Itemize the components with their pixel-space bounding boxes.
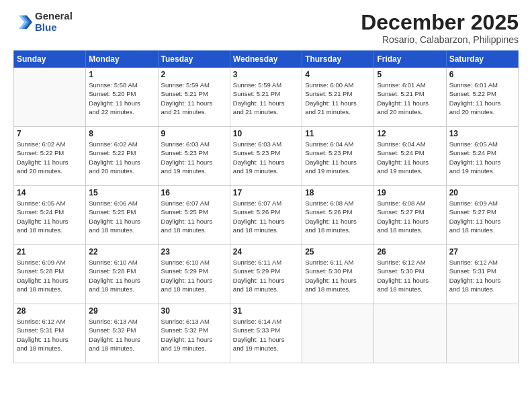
- cell-content: Sunrise: 6:08 AM Sunset: 5:26 PM Dayligh…: [305, 199, 371, 234]
- day-number: 10: [233, 129, 299, 138]
- table-row: 23Sunrise: 6:10 AM Sunset: 5:29 PM Dayli…: [158, 245, 230, 304]
- logo: General Blue: [13, 11, 73, 33]
- cell-content: Sunrise: 5:59 AM Sunset: 5:21 PM Dayligh…: [161, 81, 227, 116]
- table-row: 11Sunrise: 6:04 AM Sunset: 5:23 PM Dayli…: [302, 127, 374, 186]
- calendar-table: Sunday Monday Tuesday Wednesday Thursday…: [13, 50, 519, 363]
- cell-content: Sunrise: 6:03 AM Sunset: 5:23 PM Dayligh…: [233, 140, 299, 175]
- cell-content: Sunrise: 5:59 AM Sunset: 5:21 PM Dayligh…: [233, 81, 299, 116]
- day-number: 14: [17, 188, 83, 197]
- table-row: 28Sunrise: 6:12 AM Sunset: 5:31 PM Dayli…: [14, 304, 86, 363]
- table-row: [374, 304, 446, 363]
- table-row: 6Sunrise: 6:01 AM Sunset: 5:22 PM Daylig…: [446, 68, 518, 127]
- table-row: 8Sunrise: 6:02 AM Sunset: 5:22 PM Daylig…: [86, 127, 158, 186]
- cell-content: Sunrise: 6:13 AM Sunset: 5:32 PM Dayligh…: [161, 317, 227, 353]
- cell-content: Sunrise: 6:12 AM Sunset: 5:31 PM Dayligh…: [449, 258, 515, 293]
- day-number: 3: [233, 70, 299, 79]
- day-number: 24: [233, 247, 299, 257]
- table-row: 17Sunrise: 6:07 AM Sunset: 5:26 PM Dayli…: [230, 186, 302, 245]
- day-number: 9: [161, 129, 227, 138]
- table-row: 18Sunrise: 6:08 AM Sunset: 5:26 PM Dayli…: [302, 186, 374, 245]
- cell-content: Sunrise: 6:00 AM Sunset: 5:21 PM Dayligh…: [305, 81, 371, 116]
- table-row: 24Sunrise: 6:11 AM Sunset: 5:29 PM Dayli…: [230, 245, 302, 304]
- page: General Blue December 2025 Rosario, Cala…: [0, 0, 532, 411]
- day-number: 17: [233, 188, 299, 197]
- day-number: 2: [161, 70, 227, 79]
- cell-content: Sunrise: 6:13 AM Sunset: 5:32 PM Dayligh…: [89, 317, 154, 353]
- location: Rosario, Calabarzon, Philippines: [361, 34, 519, 45]
- header: General Blue December 2025 Rosario, Cala…: [13, 11, 519, 45]
- day-number: 19: [377, 188, 443, 197]
- cell-content: Sunrise: 5:58 AM Sunset: 5:20 PM Dayligh…: [89, 81, 154, 116]
- cell-content: Sunrise: 6:01 AM Sunset: 5:22 PM Dayligh…: [449, 81, 515, 116]
- table-row: [302, 304, 374, 363]
- calendar-week-row: 28Sunrise: 6:12 AM Sunset: 5:31 PM Dayli…: [14, 304, 519, 363]
- cell-content: Sunrise: 6:14 AM Sunset: 5:33 PM Dayligh…: [233, 317, 299, 353]
- logo-blue-text: Blue: [35, 22, 73, 34]
- table-row: 15Sunrise: 6:06 AM Sunset: 5:25 PM Dayli…: [86, 186, 158, 245]
- cell-content: Sunrise: 6:04 AM Sunset: 5:23 PM Dayligh…: [305, 140, 371, 175]
- day-number: 25: [305, 247, 371, 257]
- table-row: 14Sunrise: 6:05 AM Sunset: 5:24 PM Dayli…: [14, 186, 86, 245]
- title-area: December 2025 Rosario, Calabarzon, Phili…: [361, 11, 519, 45]
- table-row: 16Sunrise: 6:07 AM Sunset: 5:25 PM Dayli…: [158, 186, 230, 245]
- day-number: 5: [377, 70, 443, 79]
- table-row: 13Sunrise: 6:05 AM Sunset: 5:24 PM Dayli…: [446, 127, 518, 186]
- day-number: 18: [305, 188, 371, 197]
- calendar-week-row: 14Sunrise: 6:05 AM Sunset: 5:24 PM Dayli…: [14, 186, 519, 245]
- table-row: [446, 304, 518, 363]
- cell-content: Sunrise: 6:01 AM Sunset: 5:21 PM Dayligh…: [377, 81, 443, 116]
- cell-content: Sunrise: 6:09 AM Sunset: 5:28 PM Dayligh…: [17, 258, 83, 293]
- cell-content: Sunrise: 6:05 AM Sunset: 5:24 PM Dayligh…: [449, 140, 515, 175]
- day-number: 21: [17, 247, 83, 257]
- cell-content: Sunrise: 6:09 AM Sunset: 5:27 PM Dayligh…: [449, 199, 515, 234]
- table-row: 19Sunrise: 6:08 AM Sunset: 5:27 PM Dayli…: [374, 186, 446, 245]
- day-number: 28: [17, 306, 83, 316]
- cell-content: Sunrise: 6:03 AM Sunset: 5:23 PM Dayligh…: [161, 140, 227, 175]
- col-friday: Friday: [374, 51, 446, 68]
- logo-general-text: General: [35, 11, 73, 22]
- col-sunday: Sunday: [14, 51, 86, 68]
- day-number: 1: [89, 70, 154, 79]
- table-row: [14, 68, 86, 127]
- day-number: 6: [449, 70, 515, 79]
- day-number: 13: [449, 129, 515, 138]
- day-number: 27: [449, 247, 515, 257]
- table-row: 2Sunrise: 5:59 AM Sunset: 5:21 PM Daylig…: [158, 68, 230, 127]
- table-row: 12Sunrise: 6:04 AM Sunset: 5:24 PM Dayli…: [374, 127, 446, 186]
- day-number: 7: [17, 129, 83, 138]
- col-monday: Monday: [86, 51, 158, 68]
- col-wednesday: Wednesday: [230, 51, 302, 68]
- table-row: 3Sunrise: 5:59 AM Sunset: 5:21 PM Daylig…: [230, 68, 302, 127]
- logo-icon: [13, 13, 32, 32]
- table-row: 27Sunrise: 6:12 AM Sunset: 5:31 PM Dayli…: [446, 245, 518, 304]
- table-row: 7Sunrise: 6:02 AM Sunset: 5:22 PM Daylig…: [14, 127, 86, 186]
- calendar-week-row: 1Sunrise: 5:58 AM Sunset: 5:20 PM Daylig…: [14, 68, 519, 127]
- cell-content: Sunrise: 6:02 AM Sunset: 5:22 PM Dayligh…: [17, 140, 83, 175]
- cell-content: Sunrise: 6:06 AM Sunset: 5:25 PM Dayligh…: [89, 199, 154, 234]
- table-row: 5Sunrise: 6:01 AM Sunset: 5:21 PM Daylig…: [374, 68, 446, 127]
- day-number: 26: [377, 247, 443, 257]
- day-number: 31: [233, 306, 299, 316]
- calendar-week-row: 7Sunrise: 6:02 AM Sunset: 5:22 PM Daylig…: [14, 127, 519, 186]
- month-title: December 2025: [361, 11, 519, 34]
- day-number: 22: [89, 247, 154, 257]
- day-number: 15: [89, 188, 154, 197]
- day-number: 29: [89, 306, 154, 316]
- table-row: 1Sunrise: 5:58 AM Sunset: 5:20 PM Daylig…: [86, 68, 158, 127]
- table-row: 4Sunrise: 6:00 AM Sunset: 5:21 PM Daylig…: [302, 68, 374, 127]
- day-number: 11: [305, 129, 371, 138]
- cell-content: Sunrise: 6:11 AM Sunset: 5:30 PM Dayligh…: [305, 258, 371, 293]
- cell-content: Sunrise: 6:12 AM Sunset: 5:31 PM Dayligh…: [17, 317, 83, 353]
- table-row: 10Sunrise: 6:03 AM Sunset: 5:23 PM Dayli…: [230, 127, 302, 186]
- table-row: 30Sunrise: 6:13 AM Sunset: 5:32 PM Dayli…: [158, 304, 230, 363]
- col-saturday: Saturday: [446, 51, 518, 68]
- calendar-week-row: 21Sunrise: 6:09 AM Sunset: 5:28 PM Dayli…: [14, 245, 519, 304]
- table-row: 29Sunrise: 6:13 AM Sunset: 5:32 PM Dayli…: [86, 304, 158, 363]
- table-row: 31Sunrise: 6:14 AM Sunset: 5:33 PM Dayli…: [230, 304, 302, 363]
- day-number: 16: [161, 188, 227, 197]
- day-number: 30: [161, 306, 227, 316]
- table-row: 26Sunrise: 6:12 AM Sunset: 5:30 PM Dayli…: [374, 245, 446, 304]
- table-row: 9Sunrise: 6:03 AM Sunset: 5:23 PM Daylig…: [158, 127, 230, 186]
- cell-content: Sunrise: 6:04 AM Sunset: 5:24 PM Dayligh…: [377, 140, 443, 175]
- cell-content: Sunrise: 6:10 AM Sunset: 5:29 PM Dayligh…: [161, 258, 227, 293]
